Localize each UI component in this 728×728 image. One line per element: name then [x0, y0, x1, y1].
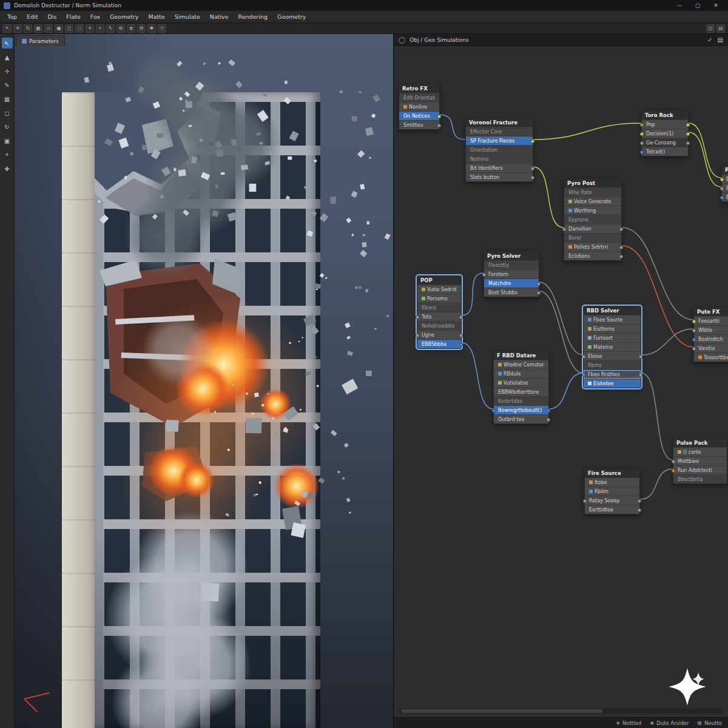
select-tool-icon[interactable]: ↖: [2, 38, 13, 49]
node-row[interactable]: Eisketee: [584, 379, 641, 388]
node-row[interactable]: Fleecttly: [484, 260, 539, 269]
node-pyro-post[interactable]: Pyro PostWhe RateVoice GenerateWorthingE…: [564, 178, 622, 261]
input-socket[interactable]: [640, 150, 644, 154]
node-row[interactable]: Rblim: [585, 487, 639, 496]
node-title[interactable]: Retro FX: [399, 84, 439, 93]
target-tool-icon[interactable]: ⌖: [2, 149, 13, 160]
node-row[interactable]: RBdule: [494, 369, 548, 378]
node-row[interactable]: Vanitia: [694, 343, 728, 352]
node-title[interactable]: F RBD Datare: [494, 351, 548, 360]
output-socket[interactable]: [531, 140, 534, 143]
node-row[interactable]: Voice Generate: [564, 197, 621, 206]
input-socket[interactable]: [492, 409, 496, 413]
input-socket[interactable]: [692, 320, 696, 323]
check-icon[interactable]: ✓: [707, 36, 712, 43]
node-row[interactable]: Ebons: [417, 303, 461, 312]
node-rbd-solver[interactable]: RBD SolverFbee SourteEistternsFurtoortMa…: [583, 306, 641, 388]
node-row[interactable]: Rbms: [584, 360, 641, 369]
node-row[interactable]: Eorttidtoa: [585, 505, 639, 514]
node-row[interactable]: Furtoort: [584, 333, 641, 342]
node-row[interactable]: Rotay Sooep: [585, 496, 639, 505]
node-graph[interactable]: Retro FXEdit OrientationNonlineOn Notice…: [394, 34, 728, 728]
node-row[interactable]: Bst: [722, 183, 728, 192]
node-title[interactable]: POP: [417, 276, 461, 285]
viewport-3d[interactable]: [15, 34, 393, 728]
node-row[interactable]: Vutio Sodride: [417, 285, 461, 294]
input-socket[interactable]: [720, 187, 724, 190]
sphere-primitive-icon[interactable]: ○: [75, 24, 84, 33]
move-tool-icon[interactable]: ✛: [13, 24, 22, 33]
node-row[interactable]: () corte: [673, 447, 727, 456]
output-socket[interactable]: [639, 355, 642, 359]
output-socket[interactable]: [547, 409, 550, 413]
node-row[interactable]: Wbtle: [694, 325, 728, 334]
menu-item-10[interactable]: Geometry: [272, 12, 311, 22]
layout-panel-icon[interactable]: ▤: [716, 24, 725, 33]
node-row[interactable]: Bset Stubbs: [484, 288, 539, 297]
menu-item-4[interactable]: Fox: [86, 12, 105, 22]
input-socket[interactable]: [582, 355, 585, 359]
node-row[interactable]: Run Adstrtecti: [673, 465, 727, 474]
node-row[interactable]: Eloise: [584, 351, 641, 360]
network-path[interactable]: Obj / Geo Simulations: [410, 37, 469, 43]
light-icon[interactable]: ☀: [86, 24, 94, 33]
node-pop[interactable]: POPVutio SodridePorsomsEbonsTotoNohotroa…: [417, 275, 462, 349]
move-tool-icon[interactable]: ✛: [2, 66, 13, 76]
input-socket[interactable]: [672, 469, 675, 473]
output-socket[interactable]: [638, 508, 641, 512]
node-title[interactable]: Pyro Post: [564, 179, 621, 187]
input-socket[interactable]: [482, 273, 486, 277]
node-pulse-pack[interactable]: Pulse Pack() corteMottbieeRun Adstrtecti…: [673, 438, 727, 484]
node-row[interactable]: Orientation: [466, 145, 533, 154]
handles-tool-icon[interactable]: ▲: [2, 52, 13, 62]
node-row[interactable]: Danvilion: [564, 224, 621, 233]
input-socket[interactable]: [692, 347, 696, 351]
node-row[interactable]: Nohotroaddie: [417, 321, 461, 330]
menu-item-6[interactable]: Matte: [144, 12, 170, 22]
input-socket[interactable]: [562, 228, 566, 231]
target-icon[interactable]: ⌖: [96, 24, 104, 33]
maximize-button[interactable]: ▢: [689, 1, 706, 10]
output-socket[interactable]: [619, 255, 623, 258]
rotate-tool-icon[interactable]: ↻: [24, 24, 32, 33]
tab-parameters[interactable]: Parameters: [16, 35, 65, 46]
input-socket[interactable]: [640, 132, 644, 136]
node-row[interactable]: Brt: [722, 192, 728, 201]
node-row[interactable]: Outbrd tee: [494, 414, 548, 423]
node-pyro-solver[interactable]: Pyro SolverFleecttlyForstornMatchdreBset…: [484, 251, 539, 297]
node-title[interactable]: Voronoi Fracture: [466, 118, 533, 127]
node-row[interactable]: Mottbiee: [673, 456, 727, 465]
node-row[interactable]: Eclidions: [564, 251, 621, 260]
fill-tool-icon[interactable]: ▣: [2, 135, 13, 146]
menu-item-3[interactable]: Flate: [61, 12, 86, 22]
node-row[interactable]: Fbee Sourte: [584, 315, 641, 324]
node-row[interactable]: Smitties: [399, 120, 439, 129]
node-pute-fx[interactable]: Pute FXFoosarttiWbtleBostinttchVanitiaTo…: [693, 307, 728, 362]
drop-icon[interactable]: ▽: [158, 24, 166, 33]
output-socket[interactable]: [619, 246, 623, 249]
node-row[interactable]: Kodsrtdas: [494, 396, 548, 405]
scrollbar-thumb[interactable]: [401, 709, 602, 713]
vertex-snap-icon[interactable]: ◇: [44, 24, 53, 33]
node-row[interactable]: Slots button: [466, 172, 533, 181]
input-socket[interactable]: [692, 338, 696, 342]
node-row[interactable]: Vutiolatne: [494, 378, 548, 387]
node-row[interactable]: Bostinttch: [694, 334, 728, 343]
node-row[interactable]: Edit Orientation: [399, 93, 439, 102]
node-title[interactable]: Pyro Solver: [484, 252, 539, 260]
settings-icon[interactable]: ⚙: [137, 24, 146, 33]
node-row[interactable]: Worthing: [564, 206, 621, 215]
box-primitive-icon[interactable]: ▣: [55, 24, 63, 33]
split-panel-icon[interactable]: ◫: [706, 24, 715, 33]
node-row[interactable]: Ugne: [417, 330, 461, 339]
output-socket[interactable]: [686, 132, 690, 136]
node-row[interactable]: Notions: [466, 154, 533, 163]
node-row[interactable]: Toto: [417, 312, 461, 321]
node-rbd-datare[interactable]: F RBD DatareWlodne ComstornRBduleVutiola…: [493, 351, 549, 424]
network-icon[interactable]: ◯: [399, 37, 405, 43]
grid-tool-icon[interactable]: ▦: [2, 93, 13, 104]
node-title[interactable]: Pulse Pack: [673, 439, 727, 447]
output-socket[interactable]: [537, 291, 541, 295]
list-icon[interactable]: ≣: [127, 24, 135, 33]
node-row[interactable]: Ge-Consang: [642, 138, 688, 147]
